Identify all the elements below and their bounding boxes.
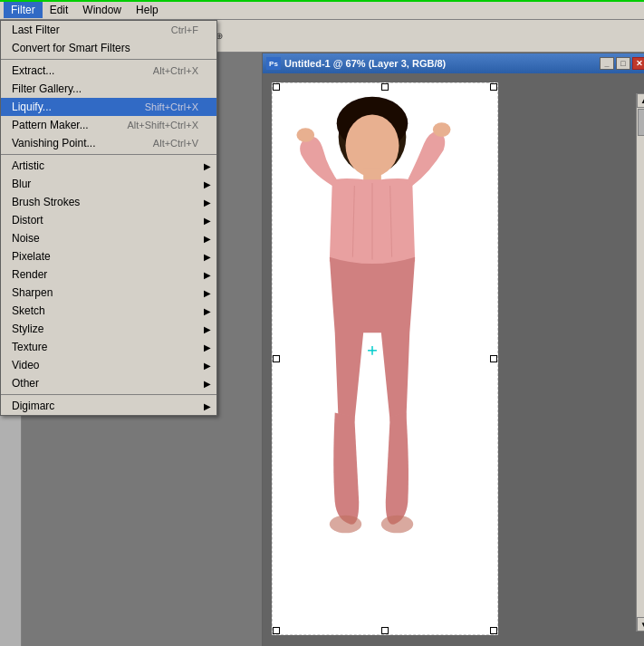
menu-help[interactable]: Help — [129, 2, 166, 18]
titlebar-buttons: _ □ ✕ — [600, 57, 644, 70]
submenu-arrow-icon: ▶ — [204, 198, 211, 207]
menu-item-label: Pattern Maker... — [12, 119, 89, 131]
svg-point-3 — [346, 114, 399, 177]
svg-point-8 — [381, 516, 413, 534]
menu-item-label: Stylize — [12, 323, 43, 335]
menu-item-other[interactable]: Other▶ — [1, 374, 216, 392]
menu-item-shortcut: Ctrl+F — [171, 24, 198, 35]
submenu-arrow-icon: ▶ — [204, 342, 211, 352]
scrollbar-thumb[interactable] — [638, 109, 644, 136]
menu-item-vanishing-point---[interactable]: Vanishing Point...Alt+Ctrl+V — [1, 134, 216, 152]
transform-handle-mr[interactable] — [490, 355, 497, 362]
document-window: Ps Untitled-1 @ 67% (Layer 3, RGB/8) _ □… — [262, 53, 644, 646]
menu-item-pixelate[interactable]: Pixelate▶ — [1, 247, 216, 265]
submenu-arrow-icon: ▶ — [204, 401, 211, 411]
menu-item-render[interactable]: Render▶ — [1, 265, 216, 284]
svg-rect-4 — [363, 168, 381, 181]
submenu-arrow-icon: ▶ — [204, 361, 211, 371]
transform-handle-br[interactable] — [490, 627, 497, 634]
svg-point-5 — [296, 128, 314, 142]
menu-item-label: Texture — [12, 341, 47, 353]
scroll-down-button[interactable]: ▼ — [637, 617, 644, 632]
image-canvas — [272, 82, 498, 635]
green-accent-line — [0, 0, 644, 2]
restore-button[interactable]: □ — [616, 57, 630, 70]
menu-item-sketch[interactable]: Sketch▶ — [1, 302, 216, 320]
ps-icon: Ps — [266, 57, 281, 70]
menu-separator — [1, 394, 216, 395]
menu-item-last-filter[interactable]: Last FilterCtrl+F — [1, 21, 216, 39]
submenu-arrow-icon: ▶ — [204, 252, 211, 262]
transform-handle-bl[interactable] — [273, 627, 280, 634]
menu-item-label: Artistic — [12, 159, 44, 172]
menu-item-noise[interactable]: Noise▶ — [1, 229, 216, 247]
menu-item-label: Sketch — [12, 304, 45, 317]
scroll-up-button[interactable]: ▲ — [637, 93, 644, 108]
submenu-arrow-icon: ▶ — [204, 306, 211, 316]
menu-item-label: Render — [12, 268, 47, 281]
menu-item-distort[interactable]: Distort▶ — [1, 211, 216, 229]
menu-item-shortcut: Alt+Ctrl+X — [153, 65, 198, 76]
menu-item-label: Other — [12, 377, 39, 390]
submenu-arrow-icon: ▶ — [204, 324, 211, 334]
menu-item-label: Extract... — [12, 64, 54, 77]
menu-item-blur[interactable]: Blur▶ — [1, 175, 216, 193]
filter-menu: Last FilterCtrl+FConvert for Smart Filte… — [0, 20, 217, 416]
transform-handle-tl[interactable] — [273, 83, 280, 91]
menu-separator — [1, 59, 216, 60]
menu-window[interactable]: Window — [75, 2, 129, 18]
menu-item-texture[interactable]: Texture▶ — [1, 338, 216, 356]
menu-item-label: Liquify... — [12, 101, 52, 113]
menu-item-label: Brush Strokes — [12, 196, 80, 208]
menu-bar: Filter Edit Window Help — [0, 0, 644, 20]
menu-item-brush-strokes[interactable]: Brush Strokes▶ — [1, 193, 216, 211]
menu-item-label: Blur — [12, 178, 31, 190]
menu-edit[interactable]: Edit — [43, 2, 76, 18]
menu-item-label: Video — [12, 359, 39, 371]
submenu-arrow-icon: ▶ — [204, 379, 211, 389]
menu-item-label: Convert for Smart Filters — [12, 42, 130, 54]
menu-item-sharpen[interactable]: Sharpen▶ — [1, 284, 216, 302]
menu-item-convert-for-smart-filters[interactable]: Convert for Smart Filters — [1, 39, 216, 57]
menu-filter[interactable]: Filter — [4, 2, 43, 18]
menu-separator — [1, 154, 216, 155]
menu-item-liquify---[interactable]: Liquify...Shift+Ctrl+X — [1, 98, 216, 116]
svg-point-6 — [433, 122, 451, 137]
menu-item-filter-gallery---[interactable]: Filter Gallery... — [1, 80, 216, 98]
menu-item-video[interactable]: Video▶ — [1, 356, 216, 374]
menu-item-label: Pixelate — [12, 250, 51, 263]
menu-item-shortcut: Alt+Ctrl+V — [153, 138, 198, 149]
transform-handle-ml[interactable] — [273, 355, 280, 362]
submenu-arrow-icon: ▶ — [204, 179, 211, 189]
transform-handle-bc[interactable] — [381, 627, 389, 634]
svg-point-7 — [330, 516, 361, 534]
document-title: Untitled-1 @ 67% (Layer 3, RGB/8) — [284, 58, 446, 69]
minimize-button[interactable]: _ — [600, 57, 614, 70]
menu-item-label: Sharpen — [12, 286, 53, 299]
child-image — [273, 83, 472, 600]
menu-item-label: Distort — [12, 214, 43, 227]
menu-item-shortcut: Alt+Shift+Ctrl+X — [127, 120, 198, 130]
close-button[interactable]: ✕ — [632, 57, 644, 70]
submenu-arrow-icon: ▶ — [204, 234, 211, 244]
menu-item-artistic[interactable]: Artistic▶ — [1, 157, 216, 175]
menu-item-label: Last Filter — [12, 24, 60, 36]
menu-item-extract---[interactable]: Extract...Alt+Ctrl+X — [1, 62, 216, 80]
submenu-arrow-icon: ▶ — [204, 161, 211, 171]
menu-item-label: Filter Gallery... — [12, 82, 82, 95]
submenu-arrow-icon: ▶ — [204, 216, 211, 226]
scrollbar-vertical[interactable]: ▲ ▼ — [636, 93, 644, 632]
menu-item-label: Noise — [12, 232, 40, 245]
menu-item-pattern-maker---[interactable]: Pattern Maker...Alt+Shift+Ctrl+X — [1, 116, 216, 134]
menu-item-label: Digimarc — [12, 400, 54, 412]
transform-handle-tr[interactable] — [490, 83, 497, 91]
menu-item-label: Vanishing Point... — [12, 137, 96, 149]
document-titlebar: Ps Untitled-1 @ 67% (Layer 3, RGB/8) _ □… — [263, 53, 644, 73]
menu-item-shortcut: Shift+Ctrl+X — [145, 101, 198, 112]
menu-item-stylize[interactable]: Stylize▶ — [1, 320, 216, 338]
submenu-arrow-icon: ▶ — [204, 288, 211, 298]
submenu-arrow-icon: ▶ — [204, 270, 211, 280]
menu-item-digimarc[interactable]: Digimarc▶ — [1, 397, 216, 415]
document-content: ▲ ▼ — [263, 73, 644, 646]
transform-handle-tc[interactable] — [381, 83, 389, 91]
